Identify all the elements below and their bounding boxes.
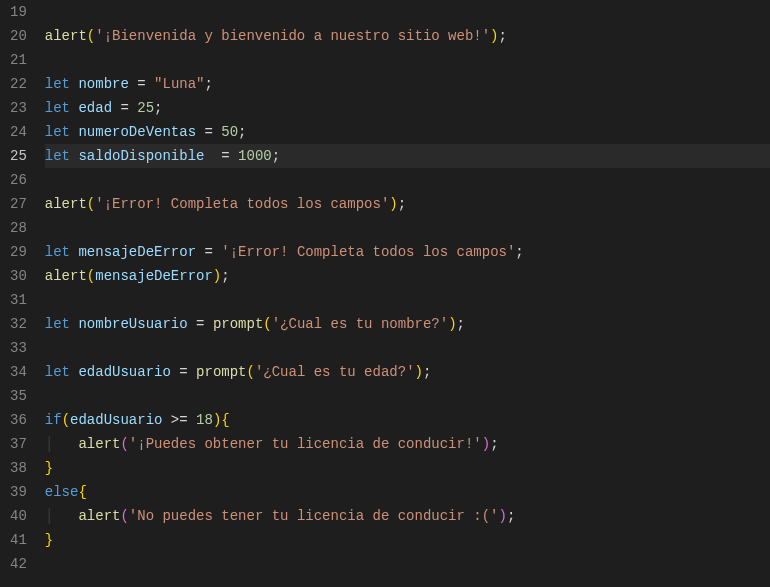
code-line[interactable]: } [45, 528, 770, 552]
line-number: 33 [10, 336, 27, 360]
code-token: let [45, 148, 70, 164]
line-number: 35 [10, 384, 27, 408]
code-line[interactable]: let nombreUsuario = prompt('¿Cual es tu … [45, 312, 770, 336]
code-token: = [112, 100, 137, 116]
code-token: = [204, 148, 238, 164]
code-token: ; [507, 508, 515, 524]
code-line[interactable] [45, 552, 770, 576]
code-token: │ [45, 436, 53, 452]
code-token: alert [45, 196, 87, 212]
code-line[interactable]: let mensajeDeError = '¡Error! Completa t… [45, 240, 770, 264]
code-token: = [196, 124, 221, 140]
code-token: nombre [78, 76, 128, 92]
line-number: 22 [10, 72, 27, 96]
code-token: mensajeDeError [95, 268, 213, 284]
code-line[interactable]: else{ [45, 480, 770, 504]
code-line[interactable]: alert(mensajeDeError); [45, 264, 770, 288]
code-token: '¿Cual es tu edad?' [255, 364, 415, 380]
line-number: 34 [10, 360, 27, 384]
code-token: ( [120, 436, 128, 452]
code-line[interactable]: if(edadUsuario >= 18){ [45, 408, 770, 432]
code-line[interactable]: │ alert('¡Puedes obtener tu licencia de … [45, 432, 770, 456]
code-line[interactable]: alert('¡Bienvenida y bienvenido a nuestr… [45, 24, 770, 48]
code-token: } [45, 460, 53, 476]
code-line[interactable] [45, 216, 770, 240]
code-line[interactable]: let edad = 25; [45, 96, 770, 120]
code-line[interactable] [45, 384, 770, 408]
line-number: 27 [10, 192, 27, 216]
code-line[interactable]: let numeroDeVentas = 50; [45, 120, 770, 144]
code-token: ) [482, 436, 490, 452]
code-token: ; [457, 316, 465, 332]
code-token: let [45, 76, 70, 92]
code-line[interactable] [45, 0, 770, 24]
code-token: = [188, 316, 213, 332]
code-token: edad [78, 100, 112, 116]
line-number: 29 [10, 240, 27, 264]
code-line[interactable]: let edadUsuario = prompt('¿Cual es tu ed… [45, 360, 770, 384]
code-token: ) [213, 268, 221, 284]
code-token: ( [87, 268, 95, 284]
code-token: mensajeDeError [78, 244, 196, 260]
code-token: if [45, 412, 62, 428]
line-number: 40 [10, 504, 27, 528]
code-token: ) [415, 364, 423, 380]
line-number: 41 [10, 528, 27, 552]
code-area[interactable]: alert('¡Bienvenida y bienvenido a nuestr… [45, 0, 770, 587]
code-token: = [171, 364, 196, 380]
line-number: 26 [10, 168, 27, 192]
code-token: ( [247, 364, 255, 380]
code-token: ) [448, 316, 456, 332]
line-number: 38 [10, 456, 27, 480]
code-token: "Luna" [154, 76, 204, 92]
code-token: ( [263, 316, 271, 332]
code-token: ; [272, 148, 280, 164]
code-token: ; [423, 364, 431, 380]
code-token: let [45, 364, 70, 380]
code-token: '¡Error! Completa todos los campos' [221, 244, 515, 260]
code-line[interactable]: let nombre = "Luna"; [45, 72, 770, 96]
code-line[interactable]: alert('¡Error! Completa todos los campos… [45, 192, 770, 216]
line-number: 24 [10, 120, 27, 144]
code-token: ; [398, 196, 406, 212]
code-token: '¡Bienvenida y bienvenido a nuestro siti… [95, 28, 490, 44]
line-number: 23 [10, 96, 27, 120]
line-number: 28 [10, 216, 27, 240]
code-token: prompt [196, 364, 246, 380]
code-token: = [129, 76, 154, 92]
code-token: alert [45, 268, 87, 284]
code-token: 1000 [238, 148, 272, 164]
code-token: numeroDeVentas [78, 124, 196, 140]
code-line[interactable]: } [45, 456, 770, 480]
line-number: 31 [10, 288, 27, 312]
code-token: edadUsuario [78, 364, 170, 380]
code-line[interactable] [45, 168, 770, 192]
code-token: = [196, 244, 221, 260]
code-token: prompt [213, 316, 263, 332]
code-editor[interactable]: 1920212223242526272829303132333435363738… [0, 0, 770, 587]
code-line[interactable] [45, 48, 770, 72]
line-number: 21 [10, 48, 27, 72]
code-token: let [45, 316, 70, 332]
line-number: 39 [10, 480, 27, 504]
code-token: ; [205, 76, 213, 92]
line-number: 36 [10, 408, 27, 432]
code-token: ( [120, 508, 128, 524]
code-token: let [45, 124, 70, 140]
code-line[interactable] [45, 336, 770, 360]
code-token: { [78, 484, 86, 500]
line-number: 25 [10, 144, 27, 168]
code-line[interactable]: let saldoDisponible = 1000; [45, 144, 770, 168]
code-token: 'No puedes tener tu licencia de conducir… [129, 508, 499, 524]
code-line[interactable] [45, 288, 770, 312]
code-token: ; [499, 28, 507, 44]
code-token: ) [490, 28, 498, 44]
code-token: 50 [221, 124, 238, 140]
code-token [53, 508, 78, 524]
code-token: } [45, 532, 53, 548]
code-token [53, 436, 78, 452]
code-token: ( [87, 196, 95, 212]
code-token: else [45, 484, 79, 500]
code-token: nombreUsuario [78, 316, 187, 332]
code-line[interactable]: │ alert('No puedes tener tu licencia de … [45, 504, 770, 528]
